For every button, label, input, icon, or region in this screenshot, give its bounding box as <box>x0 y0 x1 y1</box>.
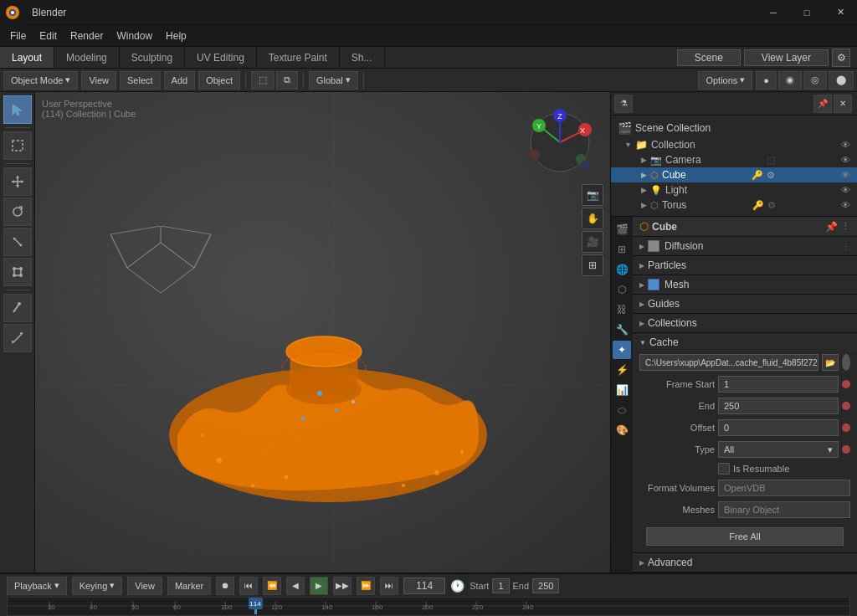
object-menu[interactable]: Object <box>198 71 240 90</box>
jump-start-btn[interactable]: ⏮ <box>239 577 258 595</box>
tree-collection[interactable]: ▼ 📁 Collection 👁 <box>611 137 857 152</box>
section-particles-header[interactable]: ▶ Particles <box>633 256 857 275</box>
prop-icon-world[interactable]: 🌐 <box>613 260 631 279</box>
tree-torus[interactable]: ▶ ⬡ Torus 🔑 ⚙ 👁 <box>611 198 857 213</box>
vp-btn-grid[interactable]: ⊞ <box>582 254 603 276</box>
add-menu[interactable]: Add <box>164 71 196 90</box>
properties-pin[interactable]: 📌 <box>825 221 838 233</box>
tab-modeling[interactable]: Modeling <box>54 47 120 68</box>
prop-icon-layers[interactable]: ⊞ <box>613 240 631 259</box>
playback-menu[interactable]: Playback▾ <box>7 577 67 595</box>
prev-keyframe-btn[interactable]: ⏪ <box>263 577 281 595</box>
rp-close-icon[interactable]: ✕ <box>834 95 852 113</box>
cache-path-browse[interactable]: 📂 <box>822 354 839 371</box>
mode-selector[interactable]: Object Mode ▾ <box>3 71 78 90</box>
tab-sculpting[interactable]: Sculpting <box>120 47 185 68</box>
navigation-gizmo[interactable]: X Y Z <box>526 109 593 176</box>
menu-render[interactable]: Render <box>64 28 110 44</box>
prop-icon-material[interactable]: ⬭ <box>613 401 631 419</box>
is-resumable-checkbox[interactable] <box>718 463 730 475</box>
vp-btn-hand[interactable]: ✋ <box>582 208 603 229</box>
view-layer-options[interactable]: ⚙ <box>832 49 850 67</box>
prop-icon-particles[interactable]: ✦ <box>613 341 631 359</box>
prop-icon-constraints[interactable]: ⛓ <box>613 300 631 319</box>
timeline-ruler[interactable]: 30 40 50 60 100 120 140 160 200 220 <box>7 597 850 616</box>
section-mesh-header[interactable]: ▶ Mesh <box>633 275 857 294</box>
prop-icon-modifiers[interactable]: 🔧 <box>613 321 631 339</box>
view-layer-selector[interactable]: View Layer <box>744 49 829 66</box>
tree-light[interactable]: ▶ 💡 Light 👁 <box>611 182 857 198</box>
eye-torus[interactable]: 👁 <box>841 200 850 210</box>
extra-tools[interactable]: ⧉ <box>276 71 298 90</box>
section-collections-header[interactable]: ▶ Collections <box>633 314 857 332</box>
viewport-shading-material[interactable]: ◉ <box>778 71 802 90</box>
menu-file[interactable]: File <box>3 28 33 44</box>
cache-end-field[interactable]: 250 <box>718 398 839 414</box>
tool-annotate[interactable] <box>3 294 32 322</box>
tool-rotate[interactable] <box>3 198 32 226</box>
tab-uv-editing[interactable]: UV Editing <box>185 47 257 68</box>
prop-icon-object[interactable]: ⬡ <box>613 280 631 299</box>
record-btn[interactable]: ⏺ <box>216 577 234 595</box>
tree-camera[interactable]: ▶ 📷 Camera ⬚ 👁 <box>611 152 857 167</box>
view-menu[interactable]: View <box>81 71 116 90</box>
eye-cube[interactable]: 👁 <box>841 170 850 180</box>
play-btn[interactable]: ▶ <box>310 577 328 595</box>
tree-cube[interactable]: ▶ ⬡ Cube 🔑 ⚙ 👁 <box>611 167 857 182</box>
transform-selector[interactable]: Global▾ <box>309 71 358 90</box>
eye-light[interactable]: 👁 <box>841 185 850 195</box>
prop-icon-physics[interactable]: ⚡ <box>613 361 631 379</box>
rp-pin-icon[interactable]: 📌 <box>813 95 832 113</box>
tool-transform[interactable] <box>3 258 32 286</box>
frame-start-field[interactable]: 1 <box>718 376 839 393</box>
cache-type-select[interactable]: All ▾ <box>718 441 839 458</box>
marker-menu[interactable]: Marker <box>167 577 211 595</box>
viewport-shading-solid[interactable]: ● <box>756 71 777 90</box>
tool-scale[interactable] <box>3 228 32 256</box>
tab-texture-paint[interactable]: Texture Paint <box>257 47 340 68</box>
end-field[interactable]: 250 <box>532 578 559 593</box>
keying-menu[interactable]: Keying▾ <box>72 577 123 595</box>
maximize-button[interactable]: □ <box>790 0 824 25</box>
jump-end-btn[interactable]: ⏭ <box>380 577 398 595</box>
rp-filter-icon[interactable]: ⚗ <box>614 95 633 113</box>
vp-btn-camera[interactable]: 📷 <box>582 184 603 206</box>
properties-extra[interactable]: ⋮ <box>841 221 850 232</box>
tool-select-box[interactable] <box>3 131 32 160</box>
start-field[interactable]: 1 <box>492 578 509 593</box>
scene-selector[interactable]: Scene <box>677 49 741 66</box>
free-all-button[interactable]: Free All <box>646 527 844 546</box>
tab-layout[interactable]: Layout <box>0 47 54 68</box>
tool-measure[interactable] <box>3 324 32 352</box>
eye-camera[interactable]: 👁 <box>841 155 850 165</box>
next-keyframe-btn[interactable]: ⏩ <box>357 577 375 595</box>
section-advanced-header[interactable]: ▶ Advanced <box>633 553 857 572</box>
tool-move[interactable] <box>3 167 32 196</box>
select-box-btn[interactable]: ⬚ <box>251 71 275 90</box>
prop-icon-scene[interactable]: 🎬 <box>613 220 631 239</box>
viewport[interactable]: X Y Z 📷 ✋ 🎥 ⊞ <box>35 92 610 572</box>
section-diffusion-header[interactable]: ▶ Diffusion ⋮ <box>633 237 857 255</box>
view-menu-tl[interactable]: View <box>127 577 162 595</box>
viewport-shading-ldr[interactable]: ⬤ <box>829 71 854 90</box>
current-frame-field[interactable]: 114 <box>403 578 445 594</box>
options-btn[interactable]: Options▾ <box>698 71 752 90</box>
section-guides-header[interactable]: ▶ Guides <box>633 295 857 313</box>
cache-path-dot[interactable] <box>842 354 850 371</box>
cache-offset-field[interactable]: 0 <box>718 419 839 436</box>
menu-help[interactable]: Help <box>159 28 193 44</box>
menu-window[interactable]: Window <box>110 28 159 44</box>
step-back-btn[interactable]: ◀ <box>286 577 305 595</box>
next-frame-btn[interactable]: ▶▶ <box>333 577 352 595</box>
close-button[interactable]: ✕ <box>824 0 857 25</box>
section-cache-header[interactable]: ▼ Cache <box>633 333 857 352</box>
prop-icon-texture[interactable]: 🎨 <box>613 421 631 439</box>
select-menu[interactable]: Select <box>120 71 161 90</box>
vp-btn-zoom-camera[interactable]: 🎥 <box>582 231 603 253</box>
minimize-button[interactable]: ─ <box>757 0 790 25</box>
tool-cursor[interactable] <box>3 95 32 124</box>
prop-icon-data[interactable]: 📊 <box>613 381 631 399</box>
viewport-shading-rendered[interactable]: ◎ <box>803 71 827 90</box>
cache-path-field[interactable]: C:\Users\xupp\AppDat...cache_fluid_4b85f… <box>639 354 819 371</box>
eye-collection[interactable]: 👁 <box>841 140 850 150</box>
